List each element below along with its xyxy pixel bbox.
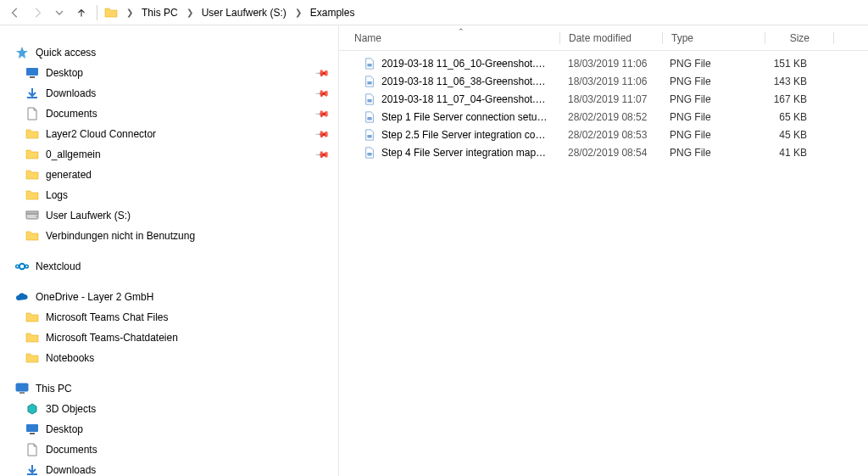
sidebar-item-onedrive[interactable]: OneDrive - Layer 2 GmbH	[0, 287, 338, 307]
sidebar-item[interactable]: Logs	[0, 185, 338, 205]
svg-point-8	[16, 265, 19, 268]
sort-indicator-icon: ⌃	[458, 27, 465, 36]
chevron-right-icon[interactable]: ❯	[183, 8, 197, 17]
file-type: PNG File	[661, 129, 763, 141]
sidebar-item-label: Layer2 Cloud Connector	[46, 128, 156, 140]
svg-rect-6	[26, 211, 38, 214]
file-name: 2019-03-18 11_06_10-Greenshot.png	[381, 58, 551, 70]
sidebar-item[interactable]: generated	[0, 165, 338, 185]
file-row[interactable]: Step 1 File Server connection setup.png2…	[339, 108, 868, 126]
file-name: 2019-03-18 11_07_04-Greenshot.png	[381, 93, 551, 105]
sidebar-item[interactable]: Microsoft Teams-Chatdateien	[0, 328, 338, 348]
this-pc-icon	[15, 382, 29, 395]
file-size: 151 KB	[763, 58, 831, 70]
sidebar-item[interactable]: 3D Objects	[0, 399, 338, 419]
sidebar-item[interactable]: Documents	[0, 440, 338, 460]
pin-icon: 📌	[314, 105, 330, 121]
column-header-size[interactable]: Size	[765, 32, 833, 44]
sidebar-item-label: Quick access	[36, 47, 96, 59]
up-button[interactable]	[73, 4, 90, 21]
file-size: 167 KB	[763, 93, 831, 105]
file-row[interactable]: 2019-03-18 11_07_04-Greenshot.png18/03/2…	[339, 90, 868, 108]
breadcrumb-item[interactable]: Examples	[307, 5, 359, 20]
downloads-icon	[25, 87, 39, 100]
pin-icon: 📌	[314, 146, 330, 162]
sidebar-item[interactable]: Downloads	[0, 460, 338, 476]
folder-icon	[25, 127, 39, 141]
breadcrumb[interactable]: ❯ This PC ❯ User Laufwerk (S:) ❯ Example…	[123, 5, 358, 20]
svg-point-5	[36, 216, 37, 217]
column-header-date[interactable]: Date modified	[560, 32, 662, 44]
breadcrumb-item[interactable]: This PC	[138, 5, 181, 20]
file-size: 45 KB	[763, 129, 831, 141]
file-name: Step 1 File Server connection setup.png	[381, 111, 551, 123]
desktop-icon	[25, 423, 39, 436]
sidebar-item[interactable]: Documents📌	[0, 104, 338, 124]
svg-rect-15	[27, 473, 37, 475]
sidebar-item[interactable]: Desktop	[0, 419, 338, 440]
file-row[interactable]: 2019-03-18 11_06_10-Greenshot.png18/03/2…	[339, 54, 868, 72]
chevron-right-icon[interactable]: ❯	[292, 8, 305, 17]
sidebar-item-this-pc[interactable]: This PC	[0, 378, 338, 399]
svg-rect-18	[367, 99, 371, 103]
column-header-type[interactable]: Type	[663, 32, 765, 44]
recent-locations-button[interactable]	[51, 4, 68, 21]
file-size: 143 KB	[763, 76, 831, 87]
png-file-icon	[363, 110, 376, 124]
folder-icon	[25, 351, 39, 365]
file-date: 18/03/2019 11:06	[559, 58, 661, 70]
nextcloud-icon	[15, 260, 29, 273]
downloads-icon	[25, 463, 39, 476]
column-header-name[interactable]: Name	[339, 32, 559, 44]
sidebar-item[interactable]: Microsoft Teams Chat Files	[0, 307, 338, 328]
sidebar-item-nextcloud[interactable]: Nextcloud	[0, 256, 338, 277]
pin-icon: 📌	[314, 64, 330, 81]
sidebar-item-label: Microsoft Teams Chat Files	[46, 311, 169, 323]
png-file-icon	[363, 92, 376, 106]
svg-rect-11	[16, 384, 28, 391]
file-date: 28/02/2019 08:53	[559, 129, 661, 141]
sidebar-item[interactable]: Verbindungen nicht in Benutzung	[0, 226, 338, 246]
file-type: PNG File	[661, 111, 763, 123]
folder-icon	[25, 331, 39, 344]
sidebar-item-label: Nextcloud	[36, 260, 81, 272]
file-date: 18/03/2019 11:06	[559, 76, 661, 87]
png-file-icon	[363, 146, 376, 160]
address-bar: ❯ This PC ❯ User Laufwerk (S:) ❯ Example…	[0, 0, 868, 25]
sidebar-item[interactable]: Layer2 Cloud Connector📌	[0, 124, 338, 144]
sidebar-item-label: Logs	[46, 189, 68, 201]
drive-icon	[25, 209, 39, 222]
svg-rect-17	[367, 81, 371, 85]
file-row[interactable]: 2019-03-18 11_06_38-Greenshot.png18/03/2…	[339, 72, 868, 90]
quick-access-icon	[15, 46, 29, 59]
sidebar-item[interactable]: 0_allgemein📌	[0, 144, 338, 165]
sidebar-item-quick-access[interactable]: Quick access	[0, 42, 338, 63]
current-folder-icon[interactable]	[104, 6, 118, 20]
folder-icon	[25, 168, 39, 182]
forward-button[interactable]	[29, 4, 46, 21]
onedrive-group: OneDrive - Layer 2 GmbH Microsoft Teams …	[0, 287, 338, 368]
sidebar-item-label: This PC	[36, 383, 72, 395]
chevron-right-icon[interactable]: ❯	[123, 8, 136, 17]
svg-point-9	[25, 265, 29, 268]
sidebar-item[interactable]: Downloads📌	[0, 83, 338, 104]
breadcrumb-item[interactable]: User Laufwerk (S:)	[198, 5, 290, 20]
sidebar-item-label: Downloads	[46, 464, 96, 476]
sidebar-item[interactable]: Desktop📌	[0, 63, 338, 83]
separator	[833, 32, 834, 44]
file-row[interactable]: Step 2.5 File Server integration connect…	[339, 126, 868, 143]
svg-rect-16	[367, 64, 371, 67]
navigation-pane: Quick access Desktop📌Downloads📌Documents…	[0, 25, 339, 476]
this-pc-group: This PC 3D ObjectsDesktopDocumentsDownlo…	[0, 378, 338, 476]
back-button[interactable]	[7, 4, 24, 21]
file-type: PNG File	[661, 58, 763, 70]
file-date: 18/03/2019 11:07	[559, 93, 661, 105]
svg-rect-13	[26, 424, 38, 432]
sidebar-item[interactable]: User Laufwerk (S:)	[0, 205, 338, 226]
file-type: PNG File	[661, 93, 763, 105]
sidebar-item-label: User Laufwerk (S:)	[46, 210, 131, 221]
svg-point-7	[19, 264, 25, 269]
sidebar-item[interactable]: Notebooks	[0, 348, 338, 368]
file-name: Step 2.5 File Server integration connect…	[381, 129, 551, 141]
file-row[interactable]: Step 4 File Server integration mapping.p…	[339, 143, 868, 161]
